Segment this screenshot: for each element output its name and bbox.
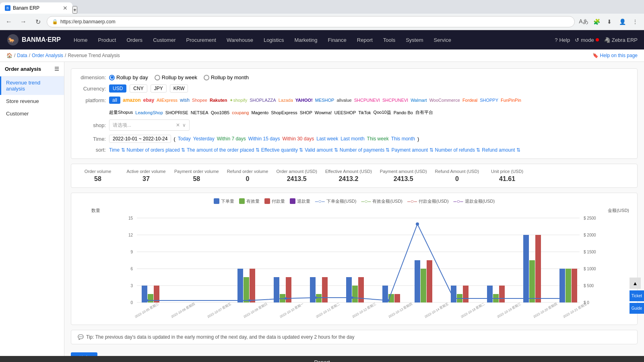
- download-icon[interactable]: ⬇: [604, 16, 615, 27]
- platform-coupang[interactable]: coupang: [232, 110, 249, 115]
- platform-yahoo[interactable]: YAHOO!: [295, 98, 313, 103]
- time-this-month[interactable]: This month: [391, 136, 415, 142]
- radio-day[interactable]: Rollup by day: [109, 74, 148, 80]
- time-yesterday[interactable]: Yesterday: [193, 136, 215, 142]
- platform-qoo10b5[interactable]: Qoo10B5: [211, 110, 229, 115]
- nav-procurement[interactable]: Procurement: [181, 35, 221, 45]
- nav-warehouse[interactable]: Warehouse: [222, 35, 258, 45]
- platform-shoprise[interactable]: SHOPRISE: [165, 110, 188, 115]
- platform-shopify[interactable]: ✦shopify: [229, 98, 247, 103]
- ticket-button[interactable]: Ticket: [630, 290, 644, 301]
- platform-tiktok[interactable]: TikTok: [358, 110, 371, 115]
- shop-clear-icon[interactable]: ✕: [176, 122, 180, 128]
- time-today[interactable]: Today: [178, 136, 191, 142]
- platform-aliexpress[interactable]: AliExpress: [157, 98, 178, 103]
- mode-nav-item[interactable]: ↺ mode: [575, 37, 599, 43]
- nav-orders[interactable]: Orders: [122, 35, 147, 45]
- shop-dropdown[interactable]: 请选项... ✕ ∨: [109, 119, 190, 131]
- platform-walmart[interactable]: Walmart: [411, 98, 427, 103]
- platform-shoplazza[interactable]: SHOPLAZZA: [250, 98, 276, 103]
- extensions-icon[interactable]: 🧩: [591, 16, 602, 27]
- sort-payment-amount[interactable]: Payment amount ⇅: [391, 147, 433, 153]
- platform-fordeal[interactable]: Fordeal: [462, 98, 477, 103]
- sort-num-refunds[interactable]: Number of refunds ⇅: [435, 147, 481, 153]
- platform-shopee[interactable]: Shopee: [192, 98, 207, 103]
- platform-allvalue[interactable]: allvalue: [336, 98, 351, 103]
- platform-qoo10yi[interactable]: Qoo10益: [374, 109, 391, 115]
- refresh-button[interactable]: ↻: [32, 16, 43, 27]
- sort-effective-qty[interactable]: Effective quantity ⇅: [261, 147, 303, 153]
- zebra-nav-item[interactable]: 🦓 Zebra ERP: [604, 37, 638, 43]
- time-last-week[interactable]: Last week: [316, 136, 338, 142]
- radio-month[interactable]: Rollup by month: [204, 74, 249, 80]
- nav-customer[interactable]: Customer: [148, 35, 180, 45]
- platform-shcpunevi2[interactable]: SHCPUNEVI: [382, 98, 408, 103]
- platform-all[interactable]: all: [109, 97, 120, 104]
- time-range-input[interactable]: 2022-10-01 ~ 2022-10-24: [109, 135, 171, 143]
- platform-netsea[interactable]: NETSEA: [191, 110, 208, 115]
- nav-service[interactable]: Service: [429, 35, 456, 45]
- platform-meshop[interactable]: MESHOP: [315, 98, 334, 103]
- back-button[interactable]: ←: [3, 16, 14, 27]
- platform-shopexpress[interactable]: ShopExpress: [271, 110, 297, 115]
- breadcrumb-data[interactable]: Data: [17, 53, 27, 58]
- nav-home[interactable]: Home: [69, 35, 93, 45]
- sort-valid-amount[interactable]: Valid amount ⇅: [305, 147, 338, 153]
- sort-num-payments[interactable]: Number of payments ⇅: [340, 147, 390, 153]
- currency-usd[interactable]: USD: [109, 84, 126, 93]
- platform-ziyo[interactable]: 自有平台: [415, 109, 433, 115]
- time-7days[interactable]: Within 7 days: [217, 136, 246, 142]
- platform-shoppy[interactable]: SHOPPY: [480, 98, 498, 103]
- currency-krw[interactable]: KRW: [170, 84, 188, 93]
- sort-amount-placed[interactable]: The amount of the order placed ⇅: [187, 147, 260, 153]
- sidebar-item-revenue-trend[interactable]: Revenue trend analysis: [0, 76, 64, 95]
- sort-time[interactable]: Time ⇅: [109, 147, 125, 153]
- platform-shcpunevi[interactable]: SHCPUNEVI: [354, 98, 380, 103]
- sidebar-menu-icon[interactable]: ☰: [54, 66, 59, 72]
- scroll-up-button[interactable]: ▲: [630, 278, 641, 289]
- platform-magento[interactable]: Magento: [251, 110, 268, 115]
- nav-logistics[interactable]: Logistics: [259, 35, 289, 45]
- platform-funpin[interactable]: FunPinPin: [501, 98, 521, 103]
- platform-wish[interactable]: wish: [180, 97, 190, 103]
- nav-report[interactable]: Report: [352, 35, 378, 45]
- tab-close-button[interactable]: ✕: [63, 5, 68, 11]
- translate-icon[interactable]: Aあ: [578, 16, 589, 27]
- sort-orders-placed[interactable]: Number of orders placed ⇅: [127, 147, 185, 153]
- currency-jpy[interactable]: JPY: [151, 84, 167, 93]
- platform-amazon[interactable]: amazon: [123, 97, 141, 103]
- platform-pandabo[interactable]: Pando Bo: [394, 110, 413, 115]
- platform-chao[interactable]: 超量Shopus: [109, 109, 133, 115]
- platform-lazada[interactable]: Lazada: [279, 98, 293, 103]
- profile-icon[interactable]: 👤: [617, 16, 628, 27]
- platform-rakuten[interactable]: Rakuten: [210, 98, 227, 103]
- nav-product[interactable]: Product: [93, 35, 121, 45]
- time-15days[interactable]: Within 15 days: [248, 136, 280, 142]
- guide-button[interactable]: Guide: [630, 303, 644, 314]
- nav-marketing[interactable]: Marketing: [289, 35, 322, 45]
- currency-cny[interactable]: CNY: [130, 84, 147, 93]
- new-tab-button[interactable]: +: [72, 6, 77, 14]
- address-bar[interactable]: 🔒 https://erp.banmaerp.com: [47, 16, 575, 27]
- sort-refund-amount[interactable]: Refund amount ⇅: [482, 147, 520, 153]
- breadcrumb-order-analysis[interactable]: Order Analysis: [32, 53, 63, 58]
- platform-shop[interactable]: SHOP: [300, 110, 312, 115]
- platform-woo[interactable]: WooCommerce: [429, 98, 460, 103]
- platform-ueeshop[interactable]: UEESHOP: [334, 110, 356, 115]
- nav-tools[interactable]: Tools: [378, 35, 400, 45]
- platform-leadong[interactable]: LeadongShop: [135, 110, 163, 115]
- sidebar-item-store-revenue[interactable]: Store revenue: [0, 95, 64, 107]
- nav-finance[interactable]: Finance: [323, 35, 351, 45]
- forward-button[interactable]: →: [18, 16, 29, 27]
- search-button[interactable]: 搜索: [71, 352, 97, 356]
- radio-week[interactable]: Rollup by week: [155, 74, 197, 80]
- time-30days[interactable]: Within 30 days: [283, 136, 314, 142]
- menu-icon[interactable]: ⋮: [630, 16, 641, 27]
- time-last-month[interactable]: Last month: [341, 136, 364, 142]
- time-this-week[interactable]: This week: [367, 136, 389, 142]
- platform-ebay[interactable]: ebay: [143, 97, 154, 103]
- platform-wowma[interactable]: Wowma!: [315, 110, 332, 115]
- help-on-page-link[interactable]: 🔖 Help on this page: [592, 53, 638, 58]
- sidebar-item-customer[interactable]: Customer: [0, 107, 64, 120]
- help-nav-item[interactable]: ? Help: [555, 37, 570, 43]
